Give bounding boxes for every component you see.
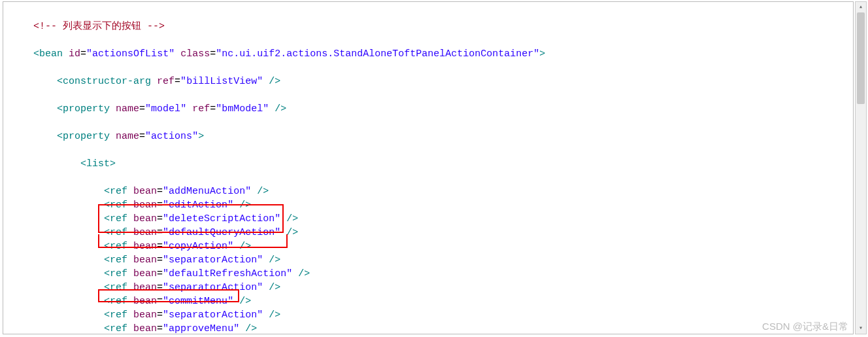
comment-line: <!-- 列表显示下的按钮 --> xyxy=(10,20,853,33)
ref-line-copyAction: <ref bean="copyAction" /> xyxy=(10,239,853,253)
scroll-down-icon[interactable]: ▾ xyxy=(856,323,866,334)
vertical-scrollbar[interactable]: ▴ ▾ xyxy=(855,1,867,334)
code-block: <!-- 列表显示下的按钮 --> <bean id="actionsOfLis… xyxy=(3,1,854,334)
constructor-ref-val: billListView xyxy=(186,76,257,87)
ref-line-editAction: <ref bean="editAction" /> xyxy=(10,198,853,212)
ref-line-deleteScriptAction: <ref bean="deleteScriptAction" /> xyxy=(10,212,853,226)
ref-line-separatorAction: <ref bean="separatorAction" /> xyxy=(10,253,853,267)
prop2-name-val: actions xyxy=(151,131,192,142)
ref-line-approveMenu: <ref bean="approveMenu" /> xyxy=(10,322,853,334)
bean-open-line: <bean id="actionsOfList" class="nc.ui.ui… xyxy=(10,47,853,61)
ref-line-defaultQueryAction: <ref bean="defaultQueryAction" /> xyxy=(10,226,853,239)
ref-line-separatorAction: <ref bean="separatorAction" /> xyxy=(10,308,853,322)
prop1-ref-val: bmModel xyxy=(222,103,263,115)
prop1-name-val: model xyxy=(151,103,180,115)
list-open-line: <list> xyxy=(10,157,853,171)
ref-line-commitMenu: <ref bean="commitMenu" /> xyxy=(10,294,853,308)
scrollbar-thumb[interactable] xyxy=(857,12,865,104)
ref-line-defaultRefreshAction: <ref bean="defaultRefreshAction" /> xyxy=(10,267,853,281)
ref-line-separatorAction: <ref bean="separatorAction" /> xyxy=(10,281,853,294)
scroll-up-icon[interactable]: ▴ xyxy=(856,2,866,12)
constructor-line: <constructor-arg ref="billListView" /> xyxy=(10,75,853,88)
property-model-line: <property name="model" ref="bmModel" /> xyxy=(10,102,853,116)
ref-line-addMenuAction: <ref bean="addMenuAction" /> xyxy=(10,185,853,198)
xml-comment: <!-- 列表显示下的按钮 --> xyxy=(33,21,165,32)
bean-class-val: nc.ui.uif2.actions.StandAloneToftPanelAc… xyxy=(222,48,533,60)
property-actions-line: <property name="actions"> xyxy=(10,130,853,143)
bean-id-val: actionsOfList xyxy=(92,48,169,60)
